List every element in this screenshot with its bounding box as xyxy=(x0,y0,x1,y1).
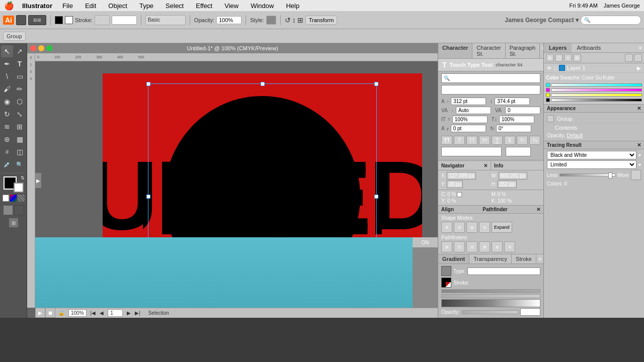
pen-tool[interactable]: ✒ xyxy=(1,58,13,70)
tab-transparency[interactable]: Transparency xyxy=(469,254,512,263)
menu-help[interactable]: Help xyxy=(284,2,301,10)
tracing-result-selector[interactable]: Black and White xyxy=(547,151,636,159)
paintbrush-tool[interactable]: 🖌 xyxy=(1,83,13,95)
aa-selector[interactable]: 3a ▾ xyxy=(506,147,531,156)
layer-visibility-icon[interactable]: 👁 xyxy=(547,65,552,71)
gradient-swatch[interactable] xyxy=(10,195,17,202)
tracing-header[interactable]: Tracing Result ✕ xyxy=(544,141,644,149)
white-swatch[interactable] xyxy=(3,195,9,202)
font-family-selector[interactable]: 🔍 League Gothic ▾ xyxy=(441,73,540,83)
page-arrows-fwd[interactable]: ▶ xyxy=(127,310,131,316)
tracing-amount-slider[interactable] xyxy=(559,173,615,176)
gradient-track-b[interactable] xyxy=(441,294,540,298)
layers-options-btn[interactable]: ≡ xyxy=(564,54,572,62)
menu-edit[interactable]: Edit xyxy=(83,2,98,10)
nav-collapse-icon[interactable]: ✕ xyxy=(484,163,488,168)
mesh-tool[interactable]: # xyxy=(1,146,13,158)
minimize-btn[interactable] xyxy=(38,45,44,51)
column-graph-tool[interactable]: ▦ xyxy=(14,133,26,145)
tt-strikethrough-btn[interactable]: T xyxy=(504,136,515,145)
selection-tool[interactable]: ↖ xyxy=(1,45,13,57)
leading-input[interactable] xyxy=(495,98,530,105)
tt-underline-btn[interactable]: T xyxy=(492,136,503,145)
type-tool[interactable]: T xyxy=(14,58,26,70)
outline-btn[interactable]: ⊚ xyxy=(492,241,503,252)
stroke-swatch-small[interactable] xyxy=(14,183,24,193)
canvas-area[interactable]: Untitled-1* @ 100% (CMYK/Preview) 0100 0… xyxy=(27,43,438,318)
kerning-input[interactable] xyxy=(456,107,491,114)
font-size-input[interactable] xyxy=(451,98,486,105)
c-color-slider[interactable] xyxy=(551,83,642,86)
tab-artboards[interactable]: Artboards xyxy=(572,43,606,52)
align-collapse-icon[interactable]: ✕ xyxy=(536,207,540,212)
tt-italic-btn[interactable]: T xyxy=(454,136,465,145)
tt-superscript-btn[interactable]: T² xyxy=(517,136,528,145)
panel-menu-btn[interactable]: ≡ xyxy=(540,43,543,58)
pencil-tool[interactable]: ✏ xyxy=(14,83,26,95)
opacity-value-input[interactable] xyxy=(520,308,540,316)
new-layer-btn[interactable] xyxy=(625,54,633,62)
style-swatch[interactable] xyxy=(266,16,276,25)
rotation-input[interactable] xyxy=(496,125,531,132)
align-header[interactable]: Align Pathfinder ✕ xyxy=(438,206,543,214)
transform-button[interactable]: Transform xyxy=(305,16,338,25)
gradient-type-selector[interactable]: ▾ xyxy=(467,267,540,275)
h-value[interactable]: 352 px xyxy=(498,180,517,188)
menu-type[interactable]: Type xyxy=(137,2,155,10)
x-value[interactable]: 127.499 px xyxy=(447,172,476,179)
opacity-track[interactable] xyxy=(462,310,518,314)
page-input[interactable]: 1 xyxy=(108,309,123,317)
layer-expand-icon[interactable]: ▶ xyxy=(637,65,641,71)
stroke-value-swatch[interactable] xyxy=(95,15,110,25)
k-color-slider[interactable] xyxy=(551,99,642,102)
gradient-menu-btn[interactable]: ≡ xyxy=(536,254,543,263)
tracing-options-btn[interactable] xyxy=(631,170,641,180)
panel-collapse-btn[interactable]: ▶ xyxy=(35,173,41,188)
tt-smallcaps-btn[interactable]: Tᴛ xyxy=(479,136,490,145)
divide-btn[interactable]: ⊞ xyxy=(441,241,452,252)
blob-brush-tool[interactable]: ◉ xyxy=(1,96,13,108)
tt-normal-btn[interactable]: TT xyxy=(441,136,452,145)
zoom-indicator[interactable]: 100% xyxy=(68,309,87,317)
scale-v-input[interactable] xyxy=(499,116,534,123)
appearance-collapse-icon[interactable]: ✕ xyxy=(637,106,641,111)
maximize-btn[interactable] xyxy=(46,45,52,51)
rotate-tool[interactable]: ↻ xyxy=(1,108,13,120)
tab-character-styles[interactable]: Character St. xyxy=(472,43,505,58)
tab-gradient[interactable]: Gradient xyxy=(438,254,469,263)
crop-btn[interactable]: ⊠ xyxy=(479,241,490,252)
w-value[interactable]: 600.241 px xyxy=(499,172,528,179)
gradient-track-a[interactable] xyxy=(441,289,540,293)
search-field[interactable]: 🔍 xyxy=(581,16,641,25)
warp-tool[interactable]: ≋ xyxy=(1,121,13,133)
tab-layers[interactable]: Layers xyxy=(544,43,572,52)
menu-window[interactable]: Window xyxy=(249,2,276,10)
page-arrows-prev[interactable]: |◀ xyxy=(91,310,96,316)
locate-object-btn[interactable]: ⊕ xyxy=(546,54,554,62)
scroll-play-btn[interactable]: ▶ xyxy=(35,308,45,318)
delete-layer-btn[interactable] xyxy=(634,54,642,62)
appearance-opacity-value[interactable]: Default xyxy=(567,133,583,138)
fill-stroke-selector[interactable]: ⇅ xyxy=(3,175,25,194)
gradient-preview-swatch[interactable] xyxy=(441,266,451,276)
baseline-input[interactable] xyxy=(451,125,486,132)
symbol-tool[interactable]: ⊛ xyxy=(1,133,13,145)
expand-btn[interactable]: Expand xyxy=(492,222,512,233)
y-value[interactable]: 45 px xyxy=(447,180,463,188)
gradient-stroke-swatch[interactable] xyxy=(441,278,451,288)
layer-1-item[interactable]: 👁 □ Layer 1 ▶ xyxy=(544,63,644,73)
page-arrows-back[interactable]: ◀ xyxy=(100,310,104,316)
swap-colors-icon[interactable]: ⇅ xyxy=(21,175,25,180)
scale-tool[interactable]: ⤡ xyxy=(14,108,26,120)
menu-view[interactable]: View xyxy=(222,2,240,10)
m-color-slider[interactable] xyxy=(551,88,642,92)
make-clipping-mask-btn[interactable]: ◫ xyxy=(555,54,563,62)
merge-btn[interactable]: ⊟ xyxy=(466,241,477,252)
scale-h-input[interactable] xyxy=(452,116,488,123)
stroke-color-swatch[interactable] xyxy=(65,16,73,24)
fill-color-swatch[interactable] xyxy=(55,16,63,24)
font-style-selector[interactable]: Regular ▾ xyxy=(441,85,540,95)
appearance-header[interactable]: Appearance ✕ xyxy=(544,105,644,113)
outline-mode-btn[interactable] xyxy=(14,205,24,215)
shape-tool[interactable]: ▭ xyxy=(14,70,26,82)
